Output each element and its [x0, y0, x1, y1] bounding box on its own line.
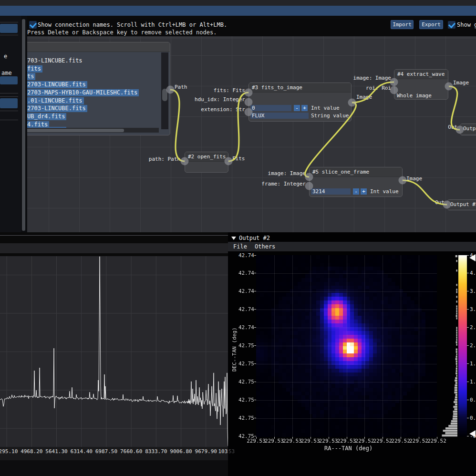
node-extract_wave-title[interactable]: #4 extract_wave [394, 70, 448, 79]
sidebar-label-fragment: ame [1, 70, 12, 76]
node-slice_one_frame-int-decrement[interactable]: - [353, 188, 359, 195]
colorbar-range-markers[interactable] [469, 251, 476, 442]
image-xtick [292, 437, 293, 439]
colorbar-tick [467, 418, 469, 418]
image-ytick-label: 42.74 [235, 252, 254, 259]
spectrum-xtick-label: 9679.90 [195, 448, 217, 455]
file-list-item[interactable]: ts [27, 71, 35, 79]
image-ytick [254, 327, 256, 328]
file-list-item[interactable]: 2703-LINCUBE.fits [27, 79, 87, 87]
image-ytick-label: 42.75 [235, 342, 254, 349]
sidebar-separator [0, 93, 18, 93]
show-grid-checkbox[interactable] [448, 21, 455, 29]
show-connection-names-checkbox[interactable] [29, 21, 37, 29]
node-slice_one_frame-title[interactable]: #5 slice_one_frame [310, 167, 402, 177]
collapse-triangle-icon[interactable] [231, 237, 236, 240]
spectrum-line-chart [0, 256, 228, 447]
image-ytick-label: 42.75 [235, 379, 254, 385]
colorbar-tick [467, 255, 469, 256]
node-fits_to_image-int-field[interactable]: 0 [250, 105, 291, 111]
spectrum-xtick-label: 5641.30 [45, 448, 67, 455]
port-label: Image [453, 80, 469, 86]
image-ytick [254, 273, 256, 273]
sidebar-separator [0, 111, 18, 111]
node-fits_to_image-int-increment[interactable]: + [301, 105, 308, 111]
file-list-item[interactable]: 2703-LINCUBE.fits [27, 103, 87, 111]
colorbar[interactable] [458, 255, 467, 437]
image-ytick [254, 418, 256, 418]
spectrum-plot[interactable] [0, 256, 228, 447]
node-file-list-title[interactable] [27, 42, 170, 52]
node-file-list[interactable]: 703-LINCUBE.fitsfitsts2703-LINCUBE.fits2… [27, 42, 170, 135]
spectrum-output-window: 4295.104968.205641.306314.406987.507660.… [0, 232, 228, 476]
image-ytick [254, 363, 256, 364]
node-output_1[interactable]: Output #1 [460, 124, 476, 135]
colorbar-tick [467, 345, 469, 346]
node-slice_one_frame-int-increment[interactable]: + [361, 188, 367, 195]
sidebar-button-2[interactable] [0, 98, 18, 108]
file-list-item[interactable]: UB_dr4.fits [27, 111, 66, 119]
image-output-window: Output #2 FileOthers 42.7442.7442.7442.7… [228, 232, 476, 476]
clipped-label-fragment: 53 [228, 448, 235, 455]
image-xtick [310, 437, 311, 439]
canvas-top-border [27, 38, 476, 38]
sidebar-button-0[interactable] [0, 24, 18, 33]
port-label: Fits [232, 155, 245, 162]
node-open_fits-title[interactable]: #2 open_fits [185, 152, 228, 162]
colorbar-tick [467, 363, 469, 364]
image-yaxis-title: DEC--TAN (deg) [231, 327, 238, 372]
node-open_fits[interactable]: #2 open_fits [185, 152, 228, 173]
image-xtick [437, 437, 437, 439]
window-title-bar[interactable] [0, 6, 476, 16]
file-list-item[interactable]: fits [27, 63, 42, 71]
node-slice_one_frame[interactable]: #5 slice_one_frame3214-+Int value [309, 167, 403, 197]
port-label: image: Image [210, 170, 306, 176]
image-ytick [254, 436, 256, 436]
sidebar-button-1[interactable] [0, 76, 18, 84]
image-xtick [347, 437, 347, 439]
port-label: Image [356, 94, 372, 100]
colorbar-marker[interactable] [469, 430, 476, 437]
node-slice_one_frame-int-field[interactable]: 3214 [311, 188, 351, 195]
node-output_2-title[interactable]: Output #2 [447, 200, 476, 209]
image-ytick-label: 42.74 [235, 270, 254, 276]
port-label: Out [362, 124, 457, 130]
sidebar-scrollbar-thumb[interactable] [22, 19, 25, 231]
left-sidebar: eame [0, 16, 21, 233]
node-fits_to_image-string-field[interactable]: FLUX [250, 113, 309, 119]
spectrum-window-menubar [0, 243, 228, 253]
file-list-item[interactable]: 2703-MAPS-HYB10-GAU-MILESHC.fits [27, 87, 139, 95]
sky-image[interactable] [256, 255, 437, 437]
show-connection-names-label: Show connection names. [38, 21, 114, 28]
port-label: fits: Fits [150, 87, 245, 93]
file-list[interactable]: 703-LINCUBE.fitsfitsts2703-LINCUBE.fits2… [27, 55, 160, 127]
image-ytick [254, 382, 256, 382]
colorbar-marker[interactable] [469, 254, 476, 261]
node-output_1-title[interactable]: Output #1 [460, 124, 476, 134]
file-list-item[interactable]: 703-LINCUBE.fits [27, 55, 84, 63]
node-extract_wave[interactable]: #4 extract_waveWhole image [394, 69, 448, 100]
file-list-hscrollbar-thumb[interactable] [27, 129, 124, 132]
image-ytick [254, 400, 256, 400]
node-output_2[interactable]: Output #2 [447, 199, 476, 210]
port-label: path: Path [85, 156, 180, 162]
port-label: Image [406, 176, 422, 182]
colorbar-tick [467, 400, 469, 400]
application-window: eame Show connection names.Scroll with C… [0, 0, 476, 476]
delete-hint-text: Press Delete or Backspace key to remove … [27, 29, 217, 36]
file-list-item[interactable]: 4.fits [27, 119, 49, 127]
title-separator [0, 16, 476, 19]
image-ytick [254, 309, 256, 310]
sidebar-separator [0, 35, 18, 35]
menu-item-others[interactable]: Others [255, 243, 275, 250]
export-button[interactable]: Export [419, 20, 443, 29]
colorbar-tick [467, 309, 469, 310]
sidebar-separator [0, 22, 18, 22]
node-fits_to_image-int-decrement[interactable]: - [294, 105, 300, 111]
import-button[interactable]: Import [391, 20, 414, 29]
file-list-item[interactable]: .01-LINCUBE.fits [27, 95, 84, 103]
image-xtick [419, 437, 419, 439]
node-editor-canvas[interactable]: 703-LINCUBE.fitsfitsts2703-LINCUBE.fits2… [27, 36, 476, 232]
node-editor-header: Show connection names.Scroll with Ctrl+L… [27, 19, 476, 36]
menu-item-file[interactable]: File [233, 243, 247, 250]
